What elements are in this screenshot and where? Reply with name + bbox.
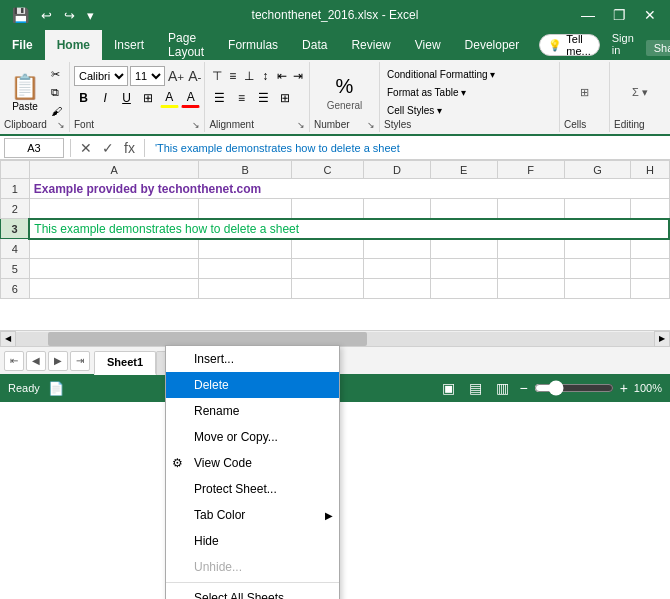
menu-item-view-code[interactable]: ⚙ View Code xyxy=(166,450,339,476)
menu-item-protect-sheet[interactable]: Protect Sheet... xyxy=(166,476,339,502)
menu-item-unhide-label: Unhide... xyxy=(194,560,242,574)
view-code-menu-icon: ⚙ xyxy=(172,456,183,470)
menu-item-tab-color-label: Tab Color xyxy=(194,508,245,522)
menu-item-rename[interactable]: Rename xyxy=(166,398,339,424)
menu-item-delete-label: Delete xyxy=(194,378,229,392)
menu-item-view-code-label: View Code xyxy=(194,456,252,470)
menu-item-hide[interactable]: Hide xyxy=(166,528,339,554)
menu-item-insert[interactable]: Insert... xyxy=(166,346,339,372)
menu-item-rename-label: Rename xyxy=(194,404,239,418)
menu-item-move-copy[interactable]: Move or Copy... xyxy=(166,424,339,450)
menu-separator xyxy=(166,582,339,583)
menu-item-select-all-sheets[interactable]: Select All Sheets xyxy=(166,585,339,599)
context-menu-overlay: Insert... Delete Rename Move or Copy... … xyxy=(0,0,670,599)
menu-item-protect-sheet-label: Protect Sheet... xyxy=(194,482,277,496)
menu-item-hide-label: Hide xyxy=(194,534,219,548)
menu-item-unhide[interactable]: Unhide... xyxy=(166,554,339,580)
submenu-arrow-icon: ▶ xyxy=(325,510,333,521)
menu-item-insert-label: Insert... xyxy=(194,352,234,366)
menu-item-tab-color[interactable]: Tab Color ▶ xyxy=(166,502,339,528)
menu-item-select-all-sheets-label: Select All Sheets xyxy=(194,591,284,599)
context-menu: Insert... Delete Rename Move or Copy... … xyxy=(165,345,340,599)
menu-item-move-copy-label: Move or Copy... xyxy=(194,430,278,444)
menu-item-delete[interactable]: Delete xyxy=(166,372,339,398)
